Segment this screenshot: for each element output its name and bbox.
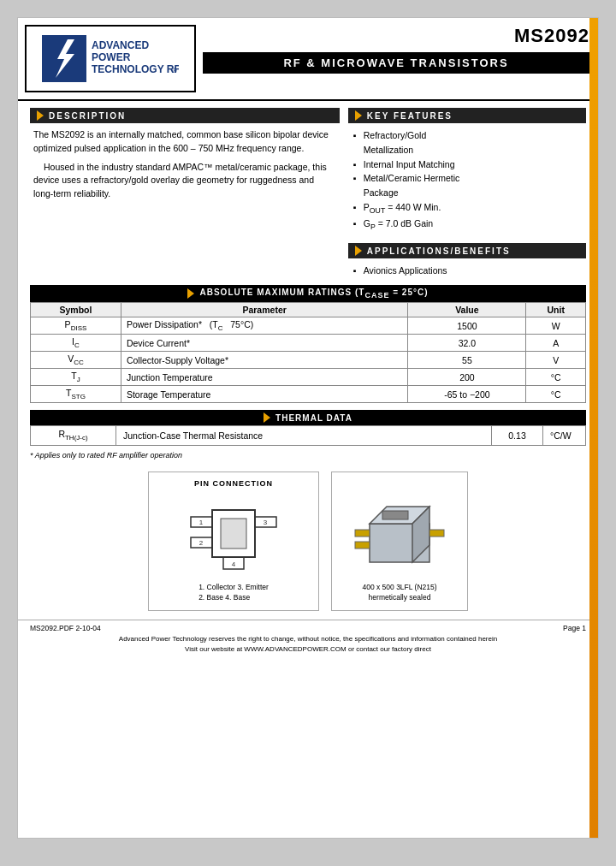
unit-tstg: °C <box>526 386 586 403</box>
thermal-table: RTH(J-c) Junction-Case Thermal Resistanc… <box>30 425 586 445</box>
col-symbol: Symbol <box>31 302 121 317</box>
key-features-arrow <box>355 110 362 121</box>
applications-arrow <box>355 246 362 256</box>
diagrams-row: PIN CONNECTION 1 2 3 4 <box>30 472 586 612</box>
param-tj: Junction Temperature <box>121 369 407 386</box>
main-content: DESCRIPTION The MS2092 is an internally … <box>18 101 598 611</box>
package-caption: 400 x 500 3LFL (N215) hermetically seale… <box>362 583 436 603</box>
application-item-1: Avionics Applications <box>352 264 583 278</box>
svg-text:®: ® <box>172 67 177 74</box>
description-header: DESCRIPTION <box>30 108 340 123</box>
header: ADVANCED POWER TECHNOLOGY RF ® MS2092 RF… <box>18 18 598 101</box>
company-logo: ADVANCED POWER TECHNOLOGY RF ® <box>42 35 179 82</box>
footer-disclaimer: Advanced Power Technology reserves the r… <box>30 634 586 644</box>
description-label: DESCRIPTION <box>49 111 126 121</box>
thermal-symbol: RTH(J-c) <box>31 426 116 445</box>
val-tj: 200 <box>408 369 526 386</box>
two-column-section: DESCRIPTION The MS2092 is an internally … <box>30 108 586 278</box>
thermal-arrow <box>264 412 270 423</box>
description-column: DESCRIPTION The MS2092 is an internally … <box>30 108 340 278</box>
key-features-list: Refractory/GoldMetallization Internal In… <box>348 128 586 233</box>
abs-max-title: ABSOLUTE MAXIMUM RATINGS (TCASE = 25°C) <box>199 288 428 300</box>
feature-item-2: Internal Input Matching <box>352 157 583 172</box>
pin-connection-box: PIN CONNECTION 1 2 3 4 <box>148 472 319 612</box>
svg-text:1: 1 <box>199 519 204 526</box>
part-number: MS2092 <box>514 25 589 47</box>
unit-ic: A <box>526 335 586 352</box>
feature-item-4: POUT = 440 W Min. <box>352 200 583 216</box>
description-content: The MS2092 is an internally matched, com… <box>30 128 340 201</box>
description-arrow <box>37 110 44 121</box>
unit-pdiss: W <box>526 317 586 334</box>
param-pdiss: Power Dissipation* (TC 75°C) <box>121 317 407 334</box>
pin-labels: 1. Collector 3. Emitter 2. Base 4. Base <box>198 582 269 604</box>
svg-text:4: 4 <box>232 561 236 568</box>
footer: MS2092.PDF 2-10-04 Page 1 Advanced Power… <box>18 620 598 656</box>
symbol-tstg: TSTG <box>31 386 121 403</box>
table-row: TJ Junction Temperature 200 °C <box>31 369 586 386</box>
table-row: IC Device Current* 32.0 A <box>31 335 586 352</box>
param-tstg: Storage Temperature <box>121 386 407 403</box>
table-row: VCC Collector-Supply Voltage* 55 V <box>31 352 586 369</box>
footer-bottom: Advanced Power Technology reserves the r… <box>30 634 586 655</box>
table-row: PDISS Power Dissipation* (TC 75°C) 1500 … <box>31 317 586 334</box>
pin-diagram-svg: 1 2 3 4 <box>182 493 285 578</box>
package-caption-line2: hermetically sealed <box>362 593 436 603</box>
footer-top: MS2092.PDF 2-10-04 Page 1 <box>30 624 586 632</box>
svg-rect-22 <box>382 511 408 519</box>
footer-doc-ref: MS2092.PDF 2-10-04 <box>30 624 101 632</box>
key-features-label: KEY FEATURES <box>367 111 453 121</box>
svg-rect-15 <box>221 519 246 549</box>
abs-max-ratings-section: ABSOLUTE MAXIMUM RATINGS (TCASE = 25°C) … <box>30 285 586 403</box>
thermal-header: THERMAL DATA <box>30 410 586 425</box>
thermal-unit: °C/W <box>543 426 586 445</box>
val-vcc: 55 <box>408 352 526 369</box>
pin-label-1: 1. Collector 3. Emitter <box>198 582 269 593</box>
abs-max-ratings-header: ABSOLUTE MAXIMUM RATINGS (TCASE = 25°C) <box>30 285 586 302</box>
val-tstg: -65 to −200 <box>408 386 526 403</box>
applications-header: APPLICATIONS/BENEFITS <box>348 243 586 258</box>
col-unit: Unit <box>526 302 586 317</box>
abs-max-arrow <box>187 288 194 299</box>
symbol-ic: IC <box>31 335 121 352</box>
orange-sidebar <box>589 18 598 838</box>
pin-connection-title: PIN CONNECTION <box>194 479 273 488</box>
package-caption-line1: 400 x 500 3LFL (N215) <box>362 583 436 593</box>
key-features-header: KEY FEATURES <box>348 108 586 123</box>
svg-text:TECHNOLOGY RF: TECHNOLOGY RF <box>92 63 179 75</box>
thermal-parameter: Junction-Case Thermal Resistance <box>116 426 492 445</box>
symbol-vcc: VCC <box>31 352 121 369</box>
feature-item-3: Metal/Ceramic HermeticPackage <box>352 171 583 200</box>
unit-tj: °C <box>526 369 586 386</box>
features-column: KEY FEATURES Refractory/GoldMetallizatio… <box>348 108 586 278</box>
svg-text:ADVANCED: ADVANCED <box>92 39 149 51</box>
symbol-tj: TJ <box>31 369 121 386</box>
col-value: Value <box>408 302 526 317</box>
svg-rect-21 <box>429 530 444 537</box>
thermal-value: 0.13 <box>492 426 543 445</box>
param-vcc: Collector-Supply Voltage* <box>121 352 407 369</box>
pin-label-2: 2. Base 4. Base <box>198 592 269 603</box>
package-box: 400 x 500 3LFL (N215) hermetically seale… <box>331 472 468 612</box>
table-row: TSTG Storage Temperature -65 to −200 °C <box>31 386 586 403</box>
abs-max-table: Symbol Parameter Value Unit PDISS Power … <box>30 302 586 403</box>
svg-text:3: 3 <box>264 519 268 526</box>
svg-text:POWER: POWER <box>92 51 131 63</box>
applications-label: APPLICATIONS/BENEFITS <box>367 246 511 256</box>
svg-rect-19 <box>355 530 370 537</box>
feature-item-1: Refractory/GoldMetallization <box>352 128 583 157</box>
feature-item-5: GP = 7.0 dB Gain <box>352 216 583 233</box>
thermal-title: THERMAL DATA <box>275 413 352 423</box>
footnote: * Applies only to rated RF amplifier ope… <box>30 451 586 460</box>
header-right: MS2092 RF & MICROWAVE TRANSISTORS <box>203 18 598 99</box>
symbol-pdiss: PDISS <box>31 317 121 334</box>
param-ic: Device Current* <box>121 335 407 352</box>
product-type-bar: RF & MICROWAVE TRANSISTORS <box>203 52 589 74</box>
thermal-row: RTH(J-c) Junction-Case Thermal Resistanc… <box>31 426 586 445</box>
applications-list: Avionics Applications <box>348 264 586 278</box>
thermal-data-section: THERMAL DATA RTH(J-c) Junction-Case Ther… <box>30 410 586 445</box>
svg-text:2: 2 <box>199 539 204 547</box>
footer-page: Page 1 <box>563 624 586 632</box>
unit-vcc: V <box>526 352 586 369</box>
description-text2: Housed in the industry standard AMPAC™ m… <box>33 161 336 201</box>
